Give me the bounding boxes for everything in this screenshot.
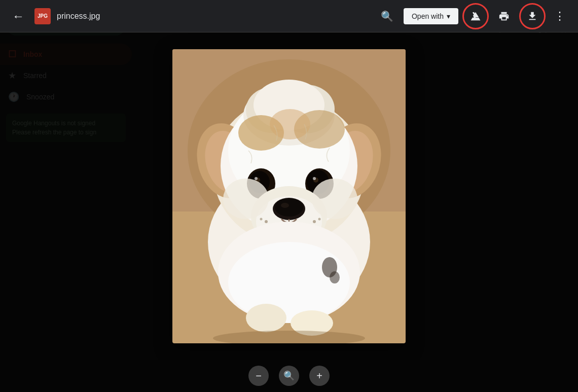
svg-point-42 [330,271,340,283]
more-options-button[interactable]: ⋮ [550,6,570,26]
svg-point-36 [312,179,357,219]
zoom-reset-button[interactable]: 🔍 [279,366,299,386]
svg-point-31 [265,220,268,223]
google-drive-icon [470,11,481,22]
zoom-out-icon: − [256,370,262,382]
dog-image [172,49,406,343]
file-type-icon: JPG [34,8,51,24]
open-with-button[interactable]: Open with ▾ [404,8,458,24]
svg-point-34 [318,218,321,220]
back-icon: ← [12,9,24,23]
chevron-down-icon: ▾ [447,12,450,20]
search-icon: 🔍 [381,10,393,22]
viewer-footer: − 🔍 + [0,360,578,392]
svg-point-39 [246,304,286,332]
svg-point-33 [313,220,316,223]
svg-point-30 [281,203,289,208]
print-icon [498,11,510,22]
svg-point-21 [255,177,258,180]
save-to-drive-button[interactable] [464,5,487,27]
search-button[interactable]: 🔍 [377,6,398,26]
open-with-label: Open with [412,12,444,20]
svg-point-32 [260,218,263,220]
zoom-in-icon: + [316,370,322,382]
print-button[interactable] [493,5,515,27]
zoom-in-button[interactable]: + [309,366,330,386]
zoom-icon: 🔍 [283,370,295,381]
image-container [172,49,406,343]
svg-point-35 [223,179,269,219]
back-button[interactable]: ← [8,6,28,26]
download-button[interactable] [521,5,544,27]
more-icon: ⋮ [554,10,565,23]
file-name-label: princess.jpg [57,12,100,21]
viewer-body [0,32,578,360]
image-viewer-overlay: ← JPG princess.jpg 🔍 Open with ▾ [0,0,578,392]
svg-point-29 [275,198,303,217]
viewer-toolbar: ← JPG princess.jpg 🔍 Open with ▾ [0,0,578,32]
svg-point-38 [228,242,350,323]
zoom-out-button[interactable]: − [248,366,269,386]
download-icon [527,11,538,22]
svg-point-25 [313,177,316,180]
